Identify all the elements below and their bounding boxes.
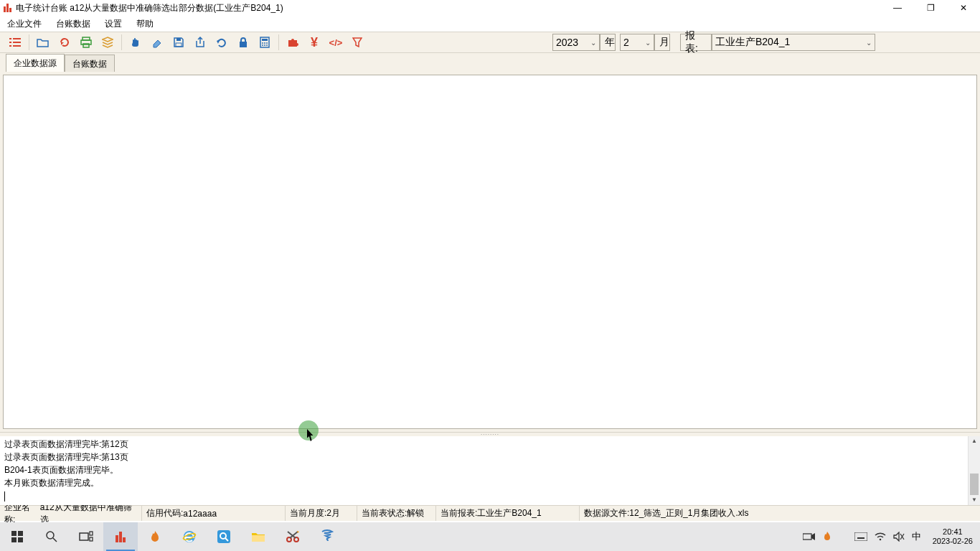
svg-rect-26 xyxy=(18,537,23,542)
hand-icon[interactable] xyxy=(125,32,146,52)
menu-settings[interactable]: 设置 xyxy=(100,17,126,32)
tray-flame-icon[interactable] xyxy=(823,532,831,542)
log-line: 过录表页面数据清理完毕:第13页 xyxy=(4,451,976,463)
month-select[interactable]: 2 ⌄ xyxy=(620,34,654,51)
taskbar-tornado-icon[interactable] xyxy=(310,522,344,551)
menu-help[interactable]: 帮助 xyxy=(132,17,158,32)
svg-rect-37 xyxy=(217,530,230,543)
svg-rect-6 xyxy=(13,42,21,43)
calculator-icon[interactable] xyxy=(254,32,275,52)
currency-icon[interactable]: ¥ xyxy=(303,32,325,52)
svg-point-21 xyxy=(264,44,265,46)
refresh-icon[interactable] xyxy=(54,32,75,52)
system-tray: 中 20:41 2023-02-26 xyxy=(803,527,980,546)
taskbar-search-app-icon[interactable] xyxy=(207,522,241,551)
scroll-down-icon[interactable]: ▼ xyxy=(969,495,980,505)
svg-rect-1 xyxy=(6,4,9,12)
undo-icon[interactable] xyxy=(211,32,232,52)
status-source-file: 数据源文件: 12_筛选_正则_1月集团收入.xls xyxy=(580,506,980,521)
log-line: B204-1表页面数据清理完毕。 xyxy=(4,463,976,476)
minimize-button[interactable]: — xyxy=(881,0,914,16)
status-credit-code: 信用代码: a12aaaa xyxy=(142,506,286,521)
maximize-button[interactable]: ❐ xyxy=(914,0,947,16)
taskbar-flame-icon[interactable] xyxy=(138,522,172,551)
status-enterprise: 企业名称: a12从大量数据中准确筛选 xyxy=(0,506,142,521)
year-suffix: 年 xyxy=(600,34,616,51)
taskbar-snip-icon[interactable] xyxy=(275,522,310,551)
svg-rect-30 xyxy=(90,532,93,535)
save-icon[interactable] xyxy=(168,32,189,52)
report-label: 报表: xyxy=(680,34,712,51)
svg-rect-29 xyxy=(80,533,88,540)
print-icon[interactable] xyxy=(75,32,97,52)
svg-rect-5 xyxy=(9,42,11,43)
menu-enterprise-file[interactable]: 企业文件 xyxy=(3,17,46,32)
lock-icon[interactable] xyxy=(232,32,254,52)
report-value: 工业生产B204_1 xyxy=(715,36,790,49)
taskbar-app-current[interactable] xyxy=(103,522,138,551)
svg-point-18 xyxy=(264,42,265,44)
year-select[interactable]: 2023 ⌄ xyxy=(552,34,600,51)
layers-icon[interactable] xyxy=(97,32,118,52)
tray-clock[interactable]: 20:41 2023-02-26 xyxy=(928,527,977,546)
svg-rect-3 xyxy=(9,38,11,39)
window-title: 电子统计台账 a12从大量数据中准确筛选出部分数据(工业生产B204_1) xyxy=(16,2,283,14)
month-suffix: 月 xyxy=(654,34,670,51)
tray-volume-icon[interactable] xyxy=(893,532,905,542)
scroll-up-icon[interactable]: ▲ xyxy=(969,436,980,446)
content-area xyxy=(0,72,980,432)
clock-date: 2023-02-26 xyxy=(933,537,973,546)
tab-ledger-data[interactable]: 台账数据 xyxy=(65,55,115,72)
export-icon[interactable] xyxy=(189,32,211,52)
svg-rect-4 xyxy=(13,38,21,39)
menu-ledger-data[interactable]: 台账数据 xyxy=(52,17,95,32)
tab-enterprise-source[interactable]: 企业数据源 xyxy=(6,54,65,72)
taskbar: 中 20:41 2023-02-26 xyxy=(0,522,980,551)
toolbar: ¥ </> 2023 ⌄ 年 2 ⌄ 月 报表: 工业生产B204_1 ⌄ xyxy=(0,32,980,53)
titlebar: 电子统计台账 a12从大量数据中准确筛选出部分数据(工业生产B204_1) — … xyxy=(0,0,980,16)
svg-rect-33 xyxy=(119,532,122,542)
svg-rect-45 xyxy=(803,534,811,540)
status-current-report: 当前报表: 工业生产B204_1 xyxy=(436,506,580,521)
report-select[interactable]: 工业生产B204_1 ⌄ xyxy=(712,34,875,51)
chevron-down-icon: ⌄ xyxy=(866,39,872,47)
month-value: 2 xyxy=(623,37,629,48)
tray-keyboard-icon[interactable] xyxy=(854,532,867,541)
start-button[interactable] xyxy=(0,522,34,551)
data-grid[interactable] xyxy=(3,75,977,429)
svg-rect-2 xyxy=(9,8,11,12)
svg-rect-24 xyxy=(18,531,23,536)
clock-time: 20:41 xyxy=(933,527,973,537)
filter-icon[interactable] xyxy=(347,32,368,52)
svg-rect-12 xyxy=(176,38,181,41)
menubar: 企业文件 台账数据 设置 帮助 xyxy=(0,16,980,32)
taskbar-explorer-icon[interactable] xyxy=(241,522,275,551)
svg-rect-14 xyxy=(240,42,247,47)
list-icon[interactable] xyxy=(4,32,26,52)
svg-point-17 xyxy=(262,42,263,44)
log-pane[interactable]: 过录表页面数据清理完毕:第12页 过录表页面数据清理完毕:第13页 B204-1… xyxy=(0,436,980,505)
tray-camera-icon[interactable] xyxy=(803,532,816,541)
svg-point-27 xyxy=(47,532,54,539)
open-icon[interactable] xyxy=(32,32,54,52)
code-icon[interactable]: </> xyxy=(325,32,347,52)
text-cursor xyxy=(4,491,5,501)
scrollbar[interactable]: ▲ ▼ xyxy=(968,436,980,505)
svg-rect-0 xyxy=(4,6,6,12)
close-button[interactable]: ✕ xyxy=(947,0,980,16)
task-view-icon[interactable] xyxy=(69,522,103,551)
search-icon[interactable] xyxy=(34,522,69,551)
tray-ime[interactable]: 中 xyxy=(912,530,921,543)
svg-point-19 xyxy=(266,42,268,44)
taskbar-ie-icon[interactable] xyxy=(172,522,207,551)
puzzle-icon[interactable] xyxy=(282,32,303,52)
log-line: 过录表页面数据清理完毕:第12页 xyxy=(4,438,976,451)
svg-point-22 xyxy=(266,44,268,46)
statusbar: 企业名称: a12从大量数据中准确筛选 信用代码: a12aaaa 当前月度: … xyxy=(0,505,980,521)
tray-wifi-icon[interactable] xyxy=(875,532,886,541)
svg-rect-32 xyxy=(116,535,118,542)
eraser-icon[interactable] xyxy=(146,32,168,52)
svg-rect-7 xyxy=(9,45,11,47)
log-line: 本月账页数据清理完成。 xyxy=(4,476,976,489)
scroll-thumb[interactable] xyxy=(970,474,979,495)
